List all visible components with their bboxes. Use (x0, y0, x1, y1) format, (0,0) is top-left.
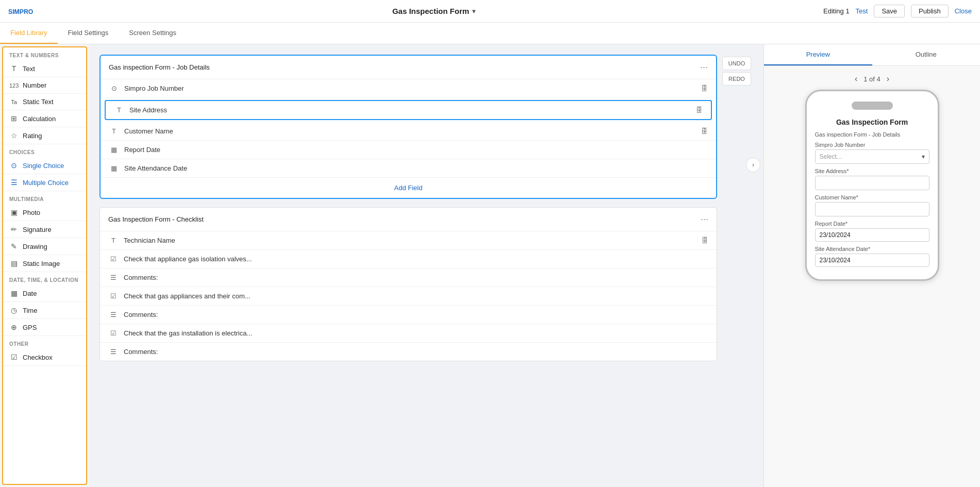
phone-select-simpro[interactable]: Select... ▾ (815, 149, 929, 164)
tab-field-settings[interactable]: Field Settings (58, 23, 119, 44)
sidebar-item-drawing[interactable]: ✎ Drawing (3, 238, 86, 255)
sidebar-item-calculation[interactable]: ⊞ Calculation (3, 110, 86, 127)
sidebar-item-signature[interactable]: ✏ Signature (3, 221, 86, 238)
sidebar-item-gps[interactable]: ⊕ GPS (3, 319, 86, 336)
number-icon: 123 (9, 82, 19, 89)
field-label: Customer Name (124, 127, 173, 135)
sidebar-item-single-choice[interactable]: ⊙ Single Choice (3, 157, 86, 174)
form-title: Gas Inspection Form (392, 7, 469, 15)
sidebar-item-label: Text (23, 65, 35, 73)
signature-icon: ✏ (9, 225, 19, 233)
db-icon: 🗄 (701, 85, 708, 92)
field-check-isolation-valves[interactable]: ☑ Check that appliance gas isolation val… (100, 250, 717, 268)
field-comments-2[interactable]: ☰ Comments: (100, 306, 717, 324)
logo: SIMPRO (8, 5, 44, 18)
test-button[interactable]: Test (856, 7, 868, 15)
tab-preview[interactable]: Preview (764, 44, 872, 65)
field-icon-attendance: ▦ (109, 164, 119, 172)
phone-field-label-simpro: Simpro Job Number (815, 142, 929, 148)
single-choice-icon: ⊙ (9, 161, 19, 170)
time-icon: ◷ (9, 306, 19, 314)
field-left: ▦ Report Date (109, 146, 160, 154)
field-report-date[interactable]: ▦ Report Date (101, 141, 716, 159)
sidebar-item-label: Drawing (23, 243, 47, 250)
topbar: SIMPRO Gas Inspection Form ▾ Editing 1 T… (0, 0, 980, 23)
field-comments-3[interactable]: ☰ Comments: (100, 343, 717, 361)
sidebar-item-rating[interactable]: ☆ Rating (3, 127, 86, 144)
field-icon-check2: ☑ (108, 292, 119, 300)
preview-tabs: Preview Outline (764, 44, 980, 66)
phone-input-site-address[interactable] (815, 176, 929, 190)
field-check-electrical[interactable]: ☑ Check that the gas installation is ele… (100, 324, 717, 343)
add-field-button[interactable]: Add Field (101, 178, 716, 198)
sidebar-item-time[interactable]: ◷ Time (3, 302, 86, 319)
sidebar-item-label: Single Choice (23, 162, 64, 170)
field-check-appliances[interactable]: ☑ Check that gas appliances and their co… (100, 287, 717, 306)
phone-select-placeholder: Select... (820, 153, 842, 160)
field-site-address[interactable]: T Site Address 🗄 (105, 100, 712, 120)
sidebar-item-number[interactable]: 123 Number (3, 77, 86, 94)
right-toggle-button[interactable]: › (746, 158, 760, 172)
undo-button[interactable]: UNDO (722, 57, 751, 70)
section-menu-job-details[interactable]: ··· (700, 62, 708, 73)
tab-screen-settings[interactable]: Screen Settings (119, 23, 187, 44)
close-button[interactable]: Close (955, 7, 972, 15)
tab-outline[interactable]: Outline (872, 44, 981, 65)
section-menu-checklist[interactable]: ··· (701, 214, 708, 225)
field-customer-name[interactable]: T Customer Name 🗄 (101, 122, 716, 141)
phone-section-label: Gas inspection Form - Job Details (815, 131, 929, 138)
field-left: ▦ Site Attendance Date (109, 164, 187, 172)
sidebar-item-label: Time (23, 307, 37, 314)
field-left: T Site Address (114, 106, 167, 114)
prev-page-button[interactable]: ‹ (855, 74, 857, 83)
redo-button[interactable]: REDO (722, 72, 751, 86)
canvas-col: Gas inspection Form - Job Details ··· ⊙ … (99, 55, 717, 361)
sidebar-item-date[interactable]: ▦ Date (3, 285, 86, 302)
chevron-down-icon[interactable]: ▾ (472, 8, 475, 15)
sidebar-item-multiple-choice[interactable]: ☰ Multiple Choice (3, 174, 86, 191)
preview-content: ‹ 1 of 4 › Gas Inspection Form Gas inspe… (764, 66, 980, 487)
form-title-bar: Gas Inspection Form ▾ (392, 7, 475, 15)
sidebar-item-static-image[interactable]: ▤ Static Image (3, 255, 86, 272)
section-title-job-details: Gas inspection Form - Job Details (109, 63, 210, 71)
field-left: T Customer Name (109, 127, 173, 135)
phone-date-report-date[interactable]: 23/10/2024 (815, 228, 929, 242)
preview-navigation: ‹ 1 of 4 › (855, 74, 889, 83)
field-site-attendance-date[interactable]: ▦ Site Attendance Date (101, 159, 716, 178)
date-icon: ▦ (9, 289, 19, 297)
phone-date-attendance-date[interactable]: 23/10/2024 (815, 254, 929, 267)
field-comments-1[interactable]: ☰ Comments: (100, 268, 717, 287)
phone-input-customer-name[interactable] (815, 202, 929, 216)
field-simpro-job-number[interactable]: ⊙ Simpro Job Number 🗄 (101, 79, 716, 98)
add-field-label[interactable]: Add Field (394, 184, 423, 192)
field-left: ⊙ Simpro Job Number (109, 85, 184, 92)
phone-form-title: Gas Inspection Form (815, 118, 929, 126)
calculation-icon: ⊞ (9, 114, 19, 123)
field-label: Check that gas appliances and their com.… (124, 292, 251, 300)
phone-field-label-report-date: Report Date* (815, 221, 929, 227)
sidebar-item-label: Rating (23, 132, 42, 140)
section-title-checklist: Gas Inspection Form - Checklist (108, 215, 204, 223)
sidebar-item-static-text[interactable]: Ta Static Text (3, 94, 86, 110)
save-button[interactable]: Save (874, 5, 905, 18)
publish-button[interactable]: Publish (911, 5, 949, 18)
canvas-wrapper: Gas inspection Form - Job Details ··· ⊙ … (99, 55, 753, 361)
phone-field-label-attendance-date: Site Attendance Date* (815, 246, 929, 252)
sidebar-item-text[interactable]: T Text (3, 60, 86, 77)
sidebar-item-label: Signature (23, 226, 52, 233)
section-title-other: OTHER (3, 336, 86, 349)
field-technician-name[interactable]: T Technician Name 🗄 (100, 231, 717, 250)
sidebar-item-photo[interactable]: ▣ Photo (3, 204, 86, 221)
static-text-icon: Ta (9, 99, 19, 105)
gps-icon: ⊕ (9, 323, 19, 331)
field-left: ☑ Check that appliance gas isolation val… (108, 255, 252, 263)
sidebar-item-label: Static Image (23, 260, 60, 267)
next-page-button[interactable]: › (887, 74, 889, 83)
text-icon: T (9, 64, 19, 73)
section-title-multimedia: MULTIMEDIA (3, 191, 86, 204)
sidebar-item-label: Calculation (23, 115, 56, 123)
field-icon-report-date: ▦ (109, 146, 119, 154)
tab-field-library[interactable]: Field Library (0, 23, 58, 44)
sidebar-item-checkbox[interactable]: ☑ Checkbox (3, 349, 86, 366)
field-label: Report Date (124, 146, 160, 154)
